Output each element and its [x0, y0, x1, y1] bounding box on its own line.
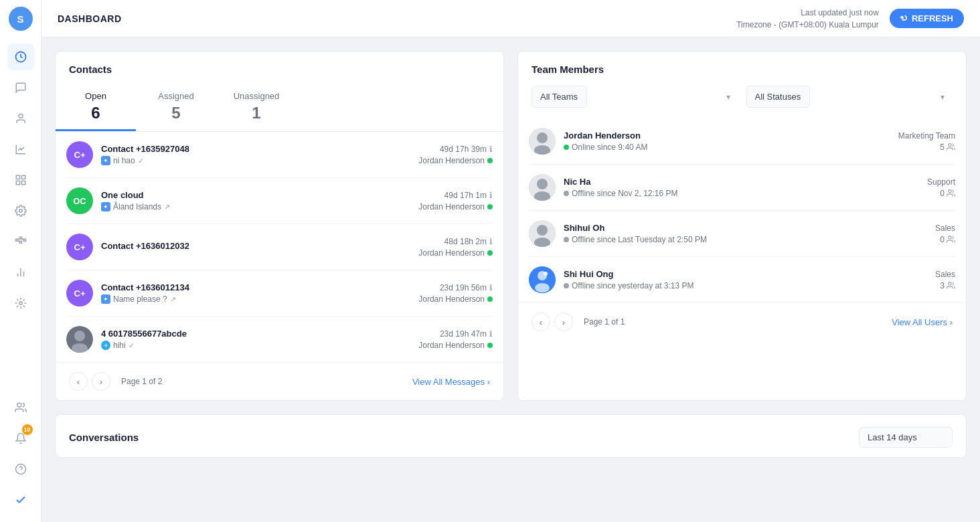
topbar: DASHBOARD Last updated just now Timezone…	[42, 0, 980, 37]
contact-right: 48d 18h 2m ℹ Jordan Henderson	[418, 237, 493, 258]
svg-rect-9	[19, 241, 21, 243]
member-item[interactable]: Shi Hui Ong Offline since yesterday at 3…	[529, 257, 955, 302]
contacts-card: Contacts Open 6 Assigned 5 Unassigned 1	[55, 51, 504, 401]
conversations-header: Conversations Last 14 days	[56, 415, 966, 457]
svg-point-39	[544, 272, 548, 276]
sidebar-item-reports[interactable]	[7, 136, 34, 163]
member-right: Sales 0	[935, 224, 955, 244]
svg-point-35	[949, 236, 951, 239]
contact-info: Contact +1636012032	[101, 241, 410, 253]
member-avatar	[529, 266, 556, 293]
sidebar-item-org[interactable]	[7, 228, 34, 255]
team-pagination-buttons: ‹ ›	[532, 313, 573, 331]
svg-point-27	[949, 144, 951, 147]
contacts-pagination: Page 1 of 2	[121, 377, 162, 386]
sidebar-item-profile[interactable]	[7, 394, 34, 421]
timezone: Timezone - (GMT+08:00) Kuala Lumpur	[736, 19, 879, 31]
contact-right: 23d 19h 56m ℹ Jordan Henderson	[418, 283, 493, 304]
member-list: Jordan Henderson Online since 9:40 AM Ma…	[518, 118, 966, 302]
team-pagination: Page 1 of 1	[584, 317, 625, 327]
svg-rect-7	[15, 239, 17, 241]
tab-open[interactable]: Open 6	[56, 83, 136, 131]
member-item[interactable]: Jordan Henderson Online since 9:40 AM Ma…	[529, 118, 955, 165]
member-avatar	[529, 220, 556, 247]
view-all-messages-link[interactable]: View All Messages ›	[412, 377, 490, 387]
tab-assigned[interactable]: Assigned 5	[136, 83, 216, 131]
chatwoot-icon: ✦	[101, 202, 110, 211]
svg-rect-5	[21, 181, 25, 185]
contact-avatar: OC	[66, 187, 93, 214]
status-indicator	[564, 283, 569, 288]
refresh-button[interactable]: ↻ REFRESH	[890, 9, 964, 28]
conversations-title: Conversations	[69, 432, 139, 443]
sidebar-item-analytics[interactable]	[7, 259, 34, 286]
contact-info: 4 60178556677abcde ✈ hihi ✓	[101, 329, 410, 350]
dashboard-row-1: Contacts Open 6 Assigned 5 Unassigned 1	[55, 51, 967, 401]
member-item[interactable]: Nic Ha Offline since Nov 2, 12:16 PM Sup…	[529, 165, 955, 211]
member-avatar	[529, 128, 556, 155]
svg-point-22	[74, 331, 85, 341]
contact-item[interactable]: C+ Contact +1636012134 ✦ Name please ? ↗…	[66, 270, 493, 317]
svg-rect-2	[16, 175, 19, 179]
svg-point-1	[19, 114, 23, 118]
svg-line-13	[21, 238, 23, 240]
contact-right: 49d 17h 1m ℹ Jordan Henderson	[418, 191, 493, 211]
user-avatar[interactable]: S	[9, 7, 33, 31]
contact-item[interactable]: C+ Contact +1635927048 ✦ ni hao ✓ 49d 17…	[66, 132, 493, 178]
sidebar-item-reports2[interactable]	[7, 167, 34, 193]
all-statuses-select[interactable]: All Statuses	[746, 86, 810, 108]
contacts-header: Contacts	[56, 52, 503, 75]
conversations-filter-select[interactable]: Last 14 days	[859, 427, 953, 448]
svg-line-11	[17, 238, 19, 240]
refresh-icon: ↻	[898, 12, 910, 24]
svg-rect-3	[21, 175, 25, 179]
member-item[interactable]: Shihui Oh Offline since Last Tuesday at …	[529, 211, 955, 257]
contact-right: 49d 17h 39m ℹ Jordan Henderson	[418, 145, 493, 165]
team-next-page-button[interactable]: ›	[554, 313, 573, 331]
status-indicator	[564, 237, 569, 242]
chatwoot-icon: ✦	[101, 294, 110, 304]
member-info: Nic Ha Offline since Nov 2, 12:16 PM	[564, 177, 919, 198]
last-updated: Last updated just now	[736, 7, 879, 19]
next-page-button[interactable]: ›	[92, 372, 110, 391]
team-members-header: Team Members	[518, 52, 966, 75]
prev-page-button[interactable]: ‹	[69, 372, 88, 391]
all-statuses-filter-wrap: All Statuses	[746, 86, 953, 108]
contacts-tabs: Open 6 Assigned 5 Unassigned 1	[56, 83, 503, 132]
contact-info: Contact +1636012134 ✦ Name please ? ↗	[101, 282, 410, 304]
contact-item[interactable]: C+ Contact +1636012032 48d 18h 2m ℹ Jord…	[66, 224, 493, 270]
sidebar-item-conversations[interactable]	[7, 74, 34, 101]
contact-avatar: C+	[66, 280, 93, 307]
status-indicator	[564, 191, 569, 196]
sidebar-item-dashboard[interactable]	[7, 44, 34, 70]
all-teams-select[interactable]: All Teams	[532, 86, 587, 108]
contact-right: 23d 19h 47m ℹ Jordan Henderson	[418, 329, 493, 350]
svg-point-17	[19, 302, 22, 305]
tab-unassigned[interactable]: Unassigned 1	[216, 83, 297, 131]
contact-item[interactable]: 4 60178556677abcde ✈ hihi ✓ 23d 19h 47m …	[66, 317, 493, 362]
svg-point-40	[949, 282, 951, 285]
pagination-buttons: ‹ ›	[69, 372, 110, 391]
contact-list: C+ Contact +1635927048 ✦ ni hao ✓ 49d 17…	[56, 132, 503, 362]
svg-point-25	[537, 133, 548, 143]
contacts-footer: ‹ › Page 1 of 2 View All Messages ›	[56, 362, 503, 400]
svg-point-6	[19, 209, 22, 213]
sidebar-item-checkmark[interactable]	[7, 487, 34, 513]
notification-badge: 10	[22, 424, 33, 435]
sidebar-item-settings2[interactable]	[7, 290, 34, 317]
contact-item[interactable]: OC One cloud ✦ Åland Islands ↗ 49d 17h 1…	[66, 178, 493, 224]
contact-info: Contact +1635927048 ✦ ni hao ✓	[101, 144, 410, 165]
member-right: Marketing Team 5	[898, 131, 955, 152]
view-all-users-link[interactable]: View All Users ›	[892, 317, 953, 327]
contact-avatar: C+	[66, 234, 93, 260]
contact-info: One cloud ✦ Åland Islands ↗	[101, 190, 410, 211]
status-indicator	[564, 145, 569, 150]
main-content: DASHBOARD Last updated just now Timezone…	[42, 0, 980, 522]
chatwoot-icon: ✦	[101, 156, 110, 165]
sidebar-item-settings-gear[interactable]	[7, 197, 34, 224]
sidebar-item-help[interactable]	[7, 456, 34, 483]
team-prev-page-button[interactable]: ‹	[532, 313, 550, 331]
member-right: Support 0	[927, 177, 955, 198]
sidebar-item-contacts[interactable]	[7, 105, 34, 132]
member-info: Shihui Oh Offline since Last Tuesday at …	[564, 223, 927, 244]
